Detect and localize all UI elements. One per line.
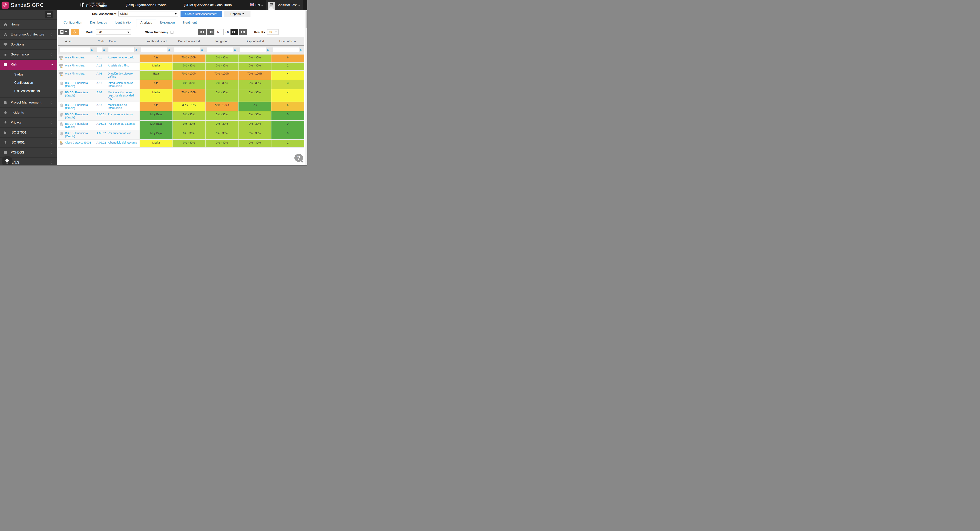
sidebar-item-governance[interactable]: Governance — [0, 49, 57, 60]
column-header-likelihood-level[interactable]: Likelihood Level — [140, 37, 172, 45]
filter-clear-button[interactable]: x — [103, 48, 105, 51]
likelihood-cell[interactable]: Media — [140, 62, 172, 70]
event-link[interactable]: Acceso no autorizado — [108, 56, 134, 59]
event-link[interactable]: Introducción de falsa información — [108, 81, 133, 88]
event-link[interactable]: Por personas externas — [108, 122, 135, 125]
sidebar-subitem-configuration[interactable]: Configuration — [0, 79, 57, 87]
filter-clear-button[interactable]: x — [300, 48, 301, 51]
asset-link[interactable]: BB.DD. Financiera (Oracle) — [65, 91, 94, 97]
create-risk-assessment-button[interactable]: Create Risk Assessment — [180, 11, 222, 17]
integridad-cell[interactable]: 0% - 30% — [205, 80, 238, 89]
integridad-cell[interactable]: 0% - 30% — [205, 62, 238, 70]
confidencialidad-cell[interactable]: 0% - 30% — [172, 130, 205, 139]
asset-link[interactable]: Área Financiera — [65, 64, 84, 69]
confidencialidad-cell[interactable]: 0% - 30% — [172, 121, 205, 130]
column-header-code[interactable]: Code — [95, 37, 107, 45]
integridad-cell[interactable]: 0% - 30% — [205, 130, 238, 139]
code-link[interactable]: A.05.02 — [96, 132, 106, 135]
integridad-cell[interactable]: 0% - 30% — [205, 89, 238, 102]
level-of-risk-cell[interactable]: 6 — [271, 54, 304, 62]
column-header-disponibilidad[interactable]: Disponibilidad — [238, 37, 271, 45]
event-link[interactable]: A beneficio del atacante — [108, 141, 137, 144]
last-page-button[interactable] — [239, 29, 247, 35]
column-header-integridad[interactable]: Integridad — [205, 37, 238, 45]
filter-clear-button[interactable]: x — [201, 48, 203, 51]
asset-link[interactable]: BB.DD. Financiera (Oracle) — [65, 122, 94, 128]
disponibilidad-cell[interactable]: 0% - 30% — [238, 89, 271, 102]
filter-clear-button[interactable]: x — [169, 48, 170, 51]
filter-clear-button[interactable]: x — [135, 48, 137, 51]
tab-dashboards[interactable]: Dashboards — [86, 19, 111, 27]
user-menu[interactable]: Consultor Test — [266, 0, 302, 10]
level-of-risk-cell[interactable]: 0 — [271, 130, 304, 139]
disponibilidad-cell[interactable]: 0% - 30% — [238, 111, 271, 121]
sidebar-item-project-management[interactable]: Project Management — [0, 98, 57, 108]
confidencialidad-cell[interactable]: 70% - 100% — [172, 70, 205, 80]
help-button[interactable]: ? — [294, 154, 303, 162]
disponibilidad-cell[interactable]: 0% - 30% — [238, 80, 271, 89]
filter-input-disponibilidad[interactable] — [240, 47, 266, 52]
asset-link[interactable]: Cisco Catalyst 4500E — [65, 141, 91, 146]
view-options-button[interactable] — [58, 29, 69, 35]
vertical-scrollbar[interactable] — [305, 10, 307, 165]
sidebar-item-iso-9001[interactable]: ISO 9001 — [0, 138, 57, 148]
tab-analysis[interactable]: Analysis — [136, 19, 156, 27]
level-of-risk-cell[interactable]: 2 — [271, 139, 304, 147]
column-header-event[interactable]: Event — [107, 37, 140, 45]
filter-input-level-of-risk[interactable] — [273, 47, 299, 52]
reports-button[interactable]: Reports — [224, 11, 250, 17]
level-of-risk-cell[interactable]: 0 — [271, 121, 304, 130]
sidebar-subitem-status[interactable]: Status — [0, 70, 57, 79]
disponibilidad-cell[interactable]: 0% - 30% — [238, 139, 271, 147]
asset-link[interactable]: BB.DD. Financiera (Oracle) — [65, 103, 94, 110]
sidebar-item-home[interactable]: Home — [0, 20, 57, 30]
filter-input-integridad[interactable] — [207, 47, 233, 52]
page-number-input[interactable] — [216, 29, 224, 35]
disponibilidad-cell[interactable]: 0% — [238, 102, 271, 111]
disponibilidad-cell[interactable]: 0% - 30% — [238, 62, 271, 70]
tab-identification[interactable]: Identification — [111, 19, 136, 27]
code-link[interactable]: A.15 — [96, 103, 102, 107]
confidencialidad-cell[interactable]: 0% - 30% — [172, 139, 205, 147]
integridad-cell[interactable]: 70% - 100% — [205, 70, 238, 80]
code-link[interactable]: A.16 — [96, 81, 102, 85]
integridad-cell[interactable]: 70% - 100% — [205, 102, 238, 111]
likelihood-cell[interactable]: Alta — [140, 80, 172, 89]
confidencialidad-cell[interactable]: 70% - 100% — [172, 89, 205, 102]
menu-toggle-button[interactable] — [45, 11, 53, 18]
code-link[interactable]: A.05.01 — [96, 113, 106, 116]
filter-clear-button[interactable]: x — [234, 48, 235, 51]
disponibilidad-cell[interactable]: 70% - 100% — [238, 70, 271, 80]
next-page-button[interactable] — [231, 29, 238, 35]
filter-input-confidencialidad[interactable] — [174, 47, 200, 52]
sidebar-item-risk[interactable]: Risk — [0, 60, 57, 70]
asset-link[interactable]: BB.DD. Financiera (Oracle) — [65, 113, 94, 119]
sidebar-item-enterprise-architecture[interactable]: Enterprise Architecture — [0, 30, 57, 40]
confidencialidad-cell[interactable]: 0% - 30% — [172, 80, 205, 89]
column-header-confidencialidad[interactable]: Confidencialidad — [172, 37, 205, 45]
event-link[interactable]: Por subcontratistas — [108, 132, 131, 135]
filter-clear-button[interactable]: x — [91, 48, 92, 51]
asset-link[interactable]: BB.DD. Financiera (Oracle) — [65, 81, 94, 88]
disponibilidad-cell[interactable]: 0% - 30% — [238, 121, 271, 130]
filter-input-likelihood-level[interactable] — [141, 47, 167, 52]
likelihood-cell[interactable]: Muy Baja — [140, 111, 172, 121]
show-taxonomy-checkbox[interactable] — [170, 30, 173, 33]
confidencialidad-cell[interactable]: 70% - 100% — [172, 54, 205, 62]
likelihood-cell[interactable]: Media — [140, 139, 172, 147]
tab-evaluation[interactable]: Evaluation — [156, 19, 179, 27]
integridad-cell[interactable]: 0% - 30% — [205, 54, 238, 62]
code-link[interactable]: A.11 — [96, 56, 102, 59]
previous-page-button[interactable] — [207, 29, 215, 35]
code-link[interactable]: A.12 — [96, 64, 102, 67]
assessment-select[interactable]: Global — [118, 11, 178, 16]
sidebar-item-solutions[interactable]: Solutions — [0, 40, 57, 49]
asset-link[interactable]: BB.DD. Financiera (Oracle) — [65, 132, 94, 138]
sidebar-item-incidents[interactable]: Incidents — [0, 108, 57, 118]
results-per-page-select[interactable]: 10 — [267, 29, 278, 35]
tab-configuration[interactable]: Configuration — [60, 19, 86, 27]
sidebar-item-iso-27001[interactable]: ISO 27001 — [0, 128, 57, 138]
code-link[interactable]: A.03 — [96, 91, 102, 94]
filter-input-event[interactable] — [108, 47, 134, 52]
event-link[interactable]: Análisis de tráfico — [108, 64, 129, 67]
